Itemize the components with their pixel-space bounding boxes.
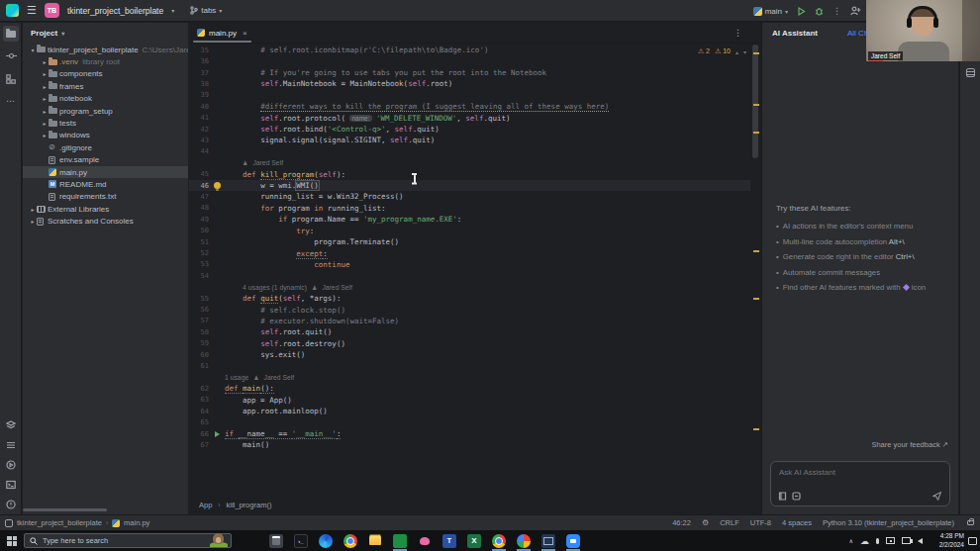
lock-icon[interactable]: [967, 520, 974, 525]
chevron-right-icon[interactable]: ▸: [41, 58, 49, 65]
line-number[interactable]: 59: [189, 339, 209, 347]
volume-icon[interactable]: [918, 538, 923, 544]
tree-item-program-setup[interactable]: ▸program_setup: [23, 105, 188, 117]
chevron-down-icon[interactable]: ▾: [29, 46, 37, 53]
code-area[interactable]: 35 # self.root.iconbitmap(r'C:\filepath\…: [189, 45, 750, 495]
indent-widget[interactable]: 4 spaces: [782, 518, 812, 527]
run-gutter-icon[interactable]: [209, 431, 225, 437]
run-tool-button[interactable]: [0, 456, 22, 474]
main-menu-icon[interactable]: ☰: [27, 5, 37, 16]
taskbar-app-excel[interactable]: X: [467, 534, 481, 548]
code-line-36[interactable]: 36: [189, 55, 750, 66]
code-line-38[interactable]: 38 self.MainNotebook = MainNotebook(self…: [189, 78, 750, 89]
code-line-48[interactable]: 48 for program in running_list:: [189, 203, 750, 214]
code-line-35[interactable]: 35 # self.root.iconbitmap(r'C:\filepath\…: [189, 45, 750, 55]
line-number[interactable]: 39: [189, 91, 209, 99]
services-tool-button[interactable]: [0, 436, 22, 454]
tree-item-windows[interactable]: ▸windows: [23, 130, 188, 141]
code-line-46[interactable]: 46 w = wmi.WMI(): [189, 180, 750, 191]
chevron-right-icon[interactable]: ▸: [41, 108, 49, 115]
status-file-name[interactable]: main.py: [124, 518, 149, 527]
taskbar-app-pink[interactable]: [418, 534, 432, 548]
editor-scrollbar[interactable]: [750, 45, 760, 495]
line-number[interactable]: 38: [189, 80, 209, 88]
line-number[interactable]: 45: [189, 170, 209, 178]
line-ending-widget[interactable]: CRLF: [720, 518, 739, 527]
code-line-51[interactable]: 51 program.Terminate(): [189, 236, 750, 247]
chevron-right-icon[interactable]: ▸: [29, 218, 37, 225]
code-line-44[interactable]: 44: [189, 146, 750, 157]
taskbar-app-zoom[interactable]: [566, 534, 580, 548]
tree-item-external-libraries[interactable]: ▸External Libraries: [23, 203, 188, 215]
line-number[interactable]: 60: [189, 351, 209, 359]
code-line-58[interactable]: 58 self.root.quit(): [189, 326, 750, 337]
taskbar-app-explorer[interactable]: [368, 534, 382, 548]
line-number[interactable]: 37: [189, 69, 209, 77]
code-line-67[interactable]: 67 main(): [189, 439, 750, 450]
code-line-66[interactable]: 66if __name__ == '__main__':: [189, 428, 750, 439]
prompt-library-icon[interactable]: [778, 492, 787, 501]
project-hscrollbar[interactable]: [23, 508, 107, 511]
breadcrumb-function[interactable]: kill_program(): [227, 501, 272, 509]
usages-hint[interactable]: 4 usages (1 dynamic): [243, 284, 307, 291]
commit-tool-button[interactable]: [0, 46, 22, 64]
line-number[interactable]: 56: [189, 306, 209, 314]
line-number[interactable]: 53: [189, 260, 209, 268]
code-line-43[interactable]: 43 signal.signal(signal.SIGINT, self.qui…: [189, 135, 750, 145]
line-number[interactable]: 57: [189, 317, 209, 324]
more-actions-icon[interactable]: ⋮: [833, 6, 841, 16]
close-icon[interactable]: ×: [243, 29, 247, 38]
commands-icon[interactable]: [792, 492, 801, 501]
tree-item-notebook[interactable]: ▸notebook: [23, 93, 188, 105]
tree-item-frames[interactable]: ▸frames: [23, 80, 188, 92]
chevron-right-icon[interactable]: ▸: [29, 206, 37, 213]
send-icon[interactable]: [931, 491, 942, 502]
tree-item-tkinter-project-boilerplate[interactable]: ▾tkinter_project_boilerplateC:\Users\Jar…: [23, 44, 188, 55]
chevron-right-icon[interactable]: ▸: [41, 120, 49, 127]
line-number[interactable]: 43: [189, 137, 209, 144]
code-line-37[interactable]: 37 # If you're going to use tabs you put…: [189, 67, 750, 78]
breadcrumb-app[interactable]: App: [199, 501, 212, 509]
code-line-62[interactable]: 62def main():: [189, 383, 750, 394]
notification-center-icon[interactable]: [968, 537, 977, 545]
line-number[interactable]: 50: [189, 227, 209, 234]
code-line-57[interactable]: 57 # executor.shutdown(wait=False): [189, 316, 750, 326]
line-number[interactable]: 49: [189, 216, 209, 224]
code-line-42[interactable]: 42 self.root.bind('<Control-q>', self.qu…: [189, 124, 750, 135]
taskbar-app-mail[interactable]: [541, 534, 555, 548]
line-number[interactable]: 40: [189, 103, 209, 111]
line-number[interactable]: 64: [189, 408, 209, 415]
code-line-64[interactable]: 64 app.root.mainloop(): [189, 406, 750, 416]
project-name[interactable]: tkinter_project_boilerplate: [67, 6, 163, 16]
code-line-39[interactable]: 39: [189, 90, 750, 101]
author-hint[interactable]: Jared Self: [252, 159, 283, 166]
scrollbar-thumb[interactable]: [752, 45, 758, 158]
interpreter-widget[interactable]: Python 3.10 (tkinter_project_boilerplate…: [823, 518, 954, 527]
vcs-branch-widget[interactable]: tabs ▾: [190, 6, 222, 15]
feedback-link[interactable]: Share your feedback ↗: [871, 440, 948, 449]
line-number[interactable]: 46: [189, 182, 209, 190]
line-number[interactable]: 42: [189, 126, 209, 134]
tab-options-icon[interactable]: ⋮: [734, 28, 742, 38]
line-number[interactable]: 52: [189, 249, 209, 257]
code-line-40[interactable]: 40 #different ways to kill the program (…: [189, 101, 750, 112]
line-number[interactable]: 63: [189, 396, 209, 404]
line-number[interactable]: 62: [189, 385, 209, 393]
code-hint-row[interactable]: 1 usage♟Jared Self: [189, 372, 750, 383]
code-line-61[interactable]: 61: [189, 360, 750, 371]
microphone-icon[interactable]: [876, 538, 879, 544]
chevron-right-icon[interactable]: ▸: [41, 83, 49, 90]
taskbar-app-chrome[interactable]: [343, 534, 357, 548]
line-number[interactable]: 36: [189, 57, 209, 65]
taskbar-app-teams[interactable]: T: [442, 534, 456, 548]
tree-item-scratches-and-consoles[interactable]: ▸Scratches and Consoles: [23, 215, 188, 227]
tree-item--gitignore[interactable]: ⊘.gitignore: [23, 141, 188, 153]
line-number[interactable]: 41: [189, 114, 209, 122]
line-number[interactable]: 67: [189, 441, 209, 449]
structure-tool-button[interactable]: [0, 70, 22, 88]
code-line-55[interactable]: 55 def quit(self, *args):: [189, 293, 750, 304]
tool-window-widget-icon[interactable]: [5, 519, 13, 527]
tree-item-main-py[interactable]: main.py: [23, 166, 188, 178]
code-line-54[interactable]: 54: [189, 270, 750, 281]
line-number[interactable]: 54: [189, 272, 209, 280]
